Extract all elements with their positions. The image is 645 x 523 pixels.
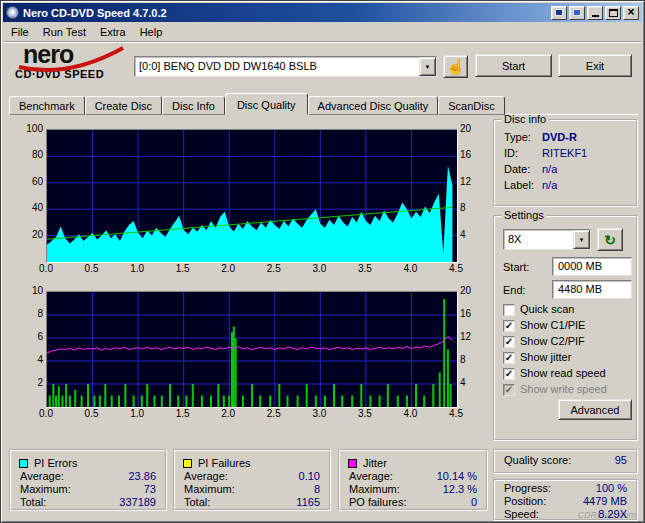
titlebar-extra-button-1[interactable]	[551, 6, 567, 20]
axis-tick: 4	[460, 377, 466, 389]
checkbox-icon	[503, 304, 515, 316]
pi-failures-stats-panel: PI Failures Average:0.10 Maximum:8 Total…	[173, 449, 331, 511]
axis-tick: 3.5	[358, 408, 372, 420]
stats-row: Maximum:73	[20, 483, 156, 496]
pi-failures-legend-swatch	[183, 459, 192, 468]
settings-group: Settings 8X ▼ ↻ Start: 0000 MB End: 4480…	[493, 215, 638, 441]
axis-tick: 4	[460, 229, 466, 241]
axis-tick: 4.0	[403, 408, 417, 420]
stats-row: Maximum:8	[184, 483, 320, 496]
pi-errors-stats-panel: PI Errors Average:23.86 Maximum:73 Total…	[9, 449, 167, 511]
pi-errors-chart: 10080604020201612840.00.51.01.52.02.53.0…	[9, 121, 488, 281]
maximize-icon	[609, 9, 618, 17]
axis-tick: 1.0	[130, 408, 144, 420]
advanced-button[interactable]: Advanced	[558, 399, 632, 420]
stats-title: PI Failures	[198, 457, 251, 469]
axis-tick: 0.5	[85, 263, 99, 275]
refresh-icon: ↻	[604, 233, 616, 247]
axis-tick: 4.5	[449, 408, 463, 420]
axis-tick: 2.5	[267, 263, 281, 275]
axis-tick: 4	[37, 354, 43, 366]
axis-tick: 16	[460, 308, 471, 320]
quality-score-value: 95	[615, 454, 627, 467]
jitter-legend-swatch	[348, 459, 357, 468]
stats-title: Jitter	[363, 457, 387, 469]
disc-info-row: Label:n/a	[504, 179, 630, 192]
jitter-stats-panel: Jitter Average:10.14 % Maximum:12.3 % PO…	[338, 449, 488, 511]
stats-row: Average:10.14 %	[349, 470, 477, 483]
menu-run-test[interactable]: Run Test	[36, 24, 93, 40]
tab-disc-quality[interactable]: Disc Quality	[225, 93, 308, 115]
maximize-button[interactable]	[605, 6, 621, 20]
checkbox-show-read-speed[interactable]: ✓Show read speed	[503, 367, 606, 380]
axis-tick: 2.5	[267, 408, 281, 420]
title-bar: Nero CD-DVD Speed 4.7.0.2 ×	[3, 3, 642, 22]
window-title: Nero CD-DVD Speed 4.7.0.2	[21, 7, 549, 19]
pi-errors-plot	[46, 129, 458, 263]
checkbox-icon: ✓	[503, 320, 515, 332]
axis-tick: 100	[26, 123, 43, 135]
axis-tick: 0.5	[85, 408, 99, 420]
checkbox-show-c2-pif[interactable]: ✓Show C2/PIF	[503, 335, 585, 348]
menu-extra[interactable]: Extra	[93, 24, 133, 40]
settings-group-label: Settings	[501, 209, 547, 222]
app-window: Nero CD-DVD Speed 4.7.0.2 × File Run Tes…	[0, 0, 645, 523]
tab-strip: Benchmark Create Disc Disc Info Disc Qua…	[9, 93, 505, 115]
axis-tick: 20	[460, 123, 471, 135]
exit-button[interactable]: Exit	[558, 54, 632, 77]
scan-speed-select[interactable]: 8X ▼	[503, 229, 591, 250]
close-button[interactable]: ×	[623, 6, 639, 20]
chevron-down-icon[interactable]: ▼	[573, 230, 590, 249]
stats-row: Total:337189	[20, 496, 156, 509]
disc-info-row: Date:n/a	[504, 163, 630, 176]
tab-benchmark[interactable]: Benchmark	[9, 96, 85, 115]
watermark: CDRLabs.com	[577, 510, 636, 520]
stats-row: Average:0.10	[184, 470, 320, 483]
axis-tick: 20	[32, 229, 43, 241]
axis-tick: 16	[460, 149, 471, 161]
tray-icon	[555, 9, 563, 16]
axis-tick: 2.0	[221, 263, 235, 275]
refresh-button[interactable]: ↻	[597, 228, 623, 251]
axis-tick: 3.5	[358, 263, 372, 275]
axis-tick: 8	[460, 202, 466, 214]
checkbox-show-jitter[interactable]: ✓Show jitter	[503, 351, 571, 364]
axis-tick: 80	[32, 149, 43, 161]
axis-tick: 12	[460, 176, 471, 188]
nero-logo-swoosh	[15, 45, 127, 75]
quality-score-panel: Quality score: 95	[493, 449, 638, 474]
pi-failures-plot	[46, 291, 458, 408]
axis-tick: 3.0	[312, 408, 326, 420]
eject-disc-button[interactable]: ☝	[443, 55, 468, 78]
drive-selector[interactable]: [0:0] BENQ DVD DD DW1640 BSLB ▼	[134, 56, 437, 77]
window-icon	[573, 9, 581, 16]
app-icon	[6, 6, 19, 19]
tab-disc-info[interactable]: Disc Info	[162, 96, 225, 115]
checkbox-quick-scan[interactable]: Quick scan	[503, 303, 574, 316]
axis-tick: 0.0	[39, 408, 53, 420]
titlebar-extra-button-2[interactable]	[569, 6, 585, 20]
disc-info-row: ID:RITEKF1	[504, 147, 630, 160]
menu-help[interactable]: Help	[133, 24, 170, 40]
axis-tick: 12	[460, 331, 471, 343]
axis-tick: 20	[460, 285, 471, 297]
axis-tick: 8	[37, 308, 43, 320]
pi-failures-chart: 108642201612840.00.51.01.52.02.53.03.54.…	[9, 283, 488, 428]
tab-advanced-disc-quality[interactable]: Advanced Disc Quality	[308, 96, 439, 115]
checkbox-show-c1-pie[interactable]: ✓Show C1/PIE	[503, 319, 585, 332]
disc-info-row: Type:DVD-R	[504, 131, 630, 144]
tab-scandisc[interactable]: ScanDisc	[438, 96, 504, 115]
nero-logo: nero CD·DVD SPEED	[15, 43, 140, 83]
end-position-field[interactable]: 4480 MB	[552, 280, 632, 299]
tab-create-disc[interactable]: Create Disc	[85, 96, 162, 115]
menu-file[interactable]: File	[4, 24, 36, 40]
start-button[interactable]: Start	[475, 54, 552, 77]
stats-row: Average:23.86	[20, 470, 156, 483]
checkbox-icon: ✓	[503, 352, 515, 364]
minimize-button[interactable]	[587, 6, 603, 20]
checkbox-icon: ✓	[503, 336, 515, 348]
chevron-down-icon[interactable]: ▼	[419, 57, 436, 76]
start-position-field[interactable]: 0000 MB	[552, 257, 632, 276]
checkbox-show-write-speed[interactable]: ✓Show write speed	[503, 383, 607, 396]
axis-tick: 4.5	[449, 263, 463, 275]
